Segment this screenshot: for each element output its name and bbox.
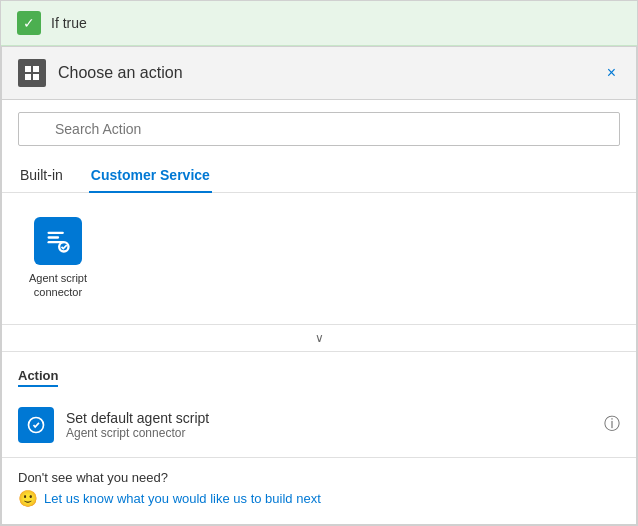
svg-rect-0 xyxy=(25,66,31,72)
tabs-container: Built-in Customer Service xyxy=(2,158,636,193)
main-container: ✓ If true Choose an action × 🔍 xyxy=(0,0,638,526)
action-heading: Action xyxy=(18,368,620,383)
search-input[interactable] xyxy=(18,112,620,146)
search-container: 🔍 xyxy=(2,100,636,158)
action-item[interactable]: Set default agent script Agent script co… xyxy=(18,399,620,451)
agent-script-connector-label: Agent script connector xyxy=(22,271,94,300)
smiley-icon: 🙂 xyxy=(18,489,38,508)
svg-rect-5 xyxy=(48,236,60,238)
tab-builtin[interactable]: Built-in xyxy=(18,159,65,193)
connectors-grid: Agent script connector xyxy=(2,193,636,325)
svg-rect-2 xyxy=(25,74,31,80)
svg-rect-3 xyxy=(33,74,39,80)
panel-title: Choose an action xyxy=(58,64,591,82)
feedback-link[interactable]: 🙂 Let us know what you would like us to … xyxy=(18,489,620,508)
action-item-subtitle: Agent script connector xyxy=(66,426,592,440)
close-button[interactable]: × xyxy=(603,61,620,85)
content-area: Agent script connector ∨ Action xyxy=(2,193,636,524)
action-heading-underline xyxy=(18,385,58,387)
feedback-link-text[interactable]: Let us know what you would like us to bu… xyxy=(44,491,321,506)
if-true-banner: ✓ If true xyxy=(1,1,637,46)
chevron-down-icon: ∨ xyxy=(315,331,324,345)
footer-section: Don't see what you need? 🙂 Let us know w… xyxy=(2,457,636,524)
dont-see-text: Don't see what you need? xyxy=(18,470,620,485)
agent-script-connector-icon xyxy=(34,217,82,265)
choose-action-panel: Choose an action × 🔍 Built-in Customer S… xyxy=(1,46,637,525)
action-item-title: Set default agent script xyxy=(66,410,592,426)
action-section: Action Set default agent script Agent sc… xyxy=(2,352,636,457)
search-wrapper: 🔍 xyxy=(18,112,620,146)
set-default-agent-script-icon xyxy=(18,407,54,443)
if-true-label: If true xyxy=(51,15,87,31)
chevron-row[interactable]: ∨ xyxy=(2,325,636,352)
info-icon[interactable]: ⓘ xyxy=(604,414,620,435)
svg-rect-1 xyxy=(33,66,39,72)
svg-rect-4 xyxy=(48,232,64,234)
agent-script-connector-item[interactable]: Agent script connector xyxy=(18,209,98,308)
panel-header: Choose an action × xyxy=(2,47,636,100)
tab-customer-service[interactable]: Customer Service xyxy=(89,159,212,193)
panel-header-icon xyxy=(18,59,46,87)
action-item-text: Set default agent script Agent script co… xyxy=(66,410,592,440)
check-icon: ✓ xyxy=(17,11,41,35)
